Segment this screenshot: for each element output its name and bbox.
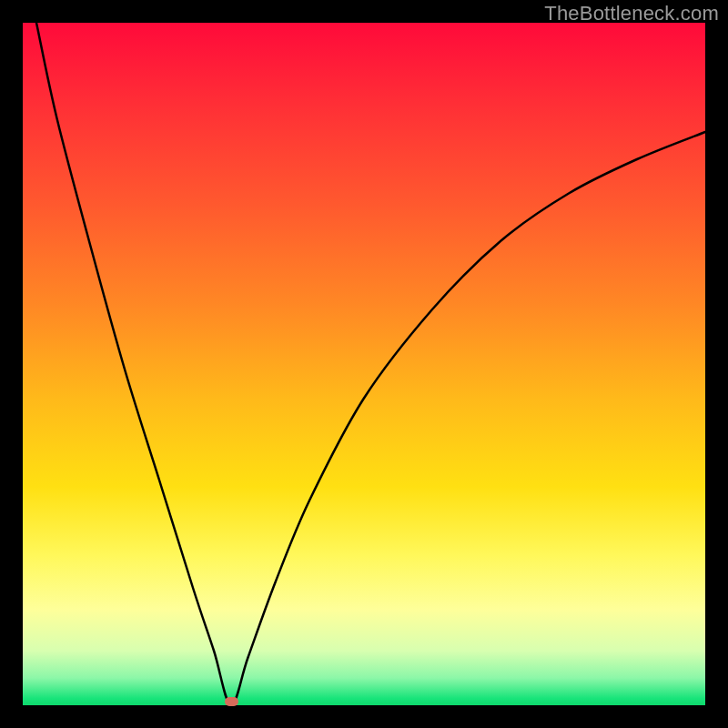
watermark-text: TheBottleneck.com [544,2,719,25]
chart-frame: TheBottleneck.com [0,0,728,728]
bottleneck-curve [23,23,705,705]
optimum-marker [225,697,238,706]
curve-path [36,23,705,705]
plot-area [23,23,705,705]
